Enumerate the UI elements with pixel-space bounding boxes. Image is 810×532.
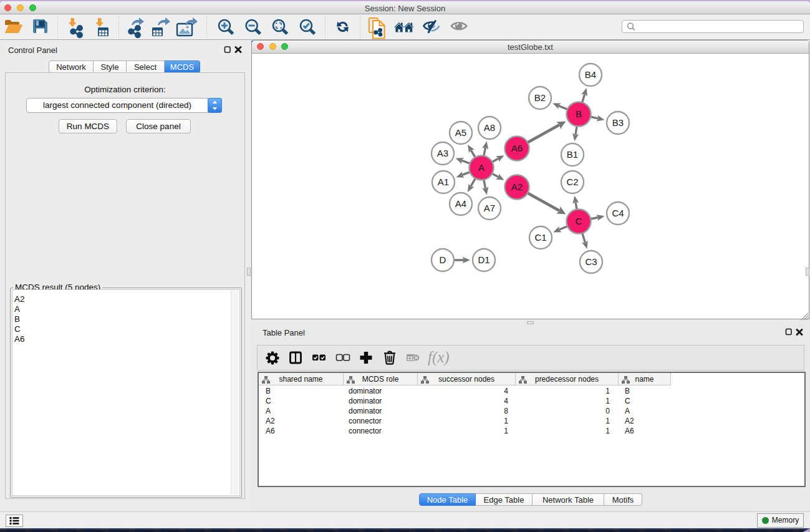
- svg-text:A6: A6: [511, 143, 523, 153]
- svg-text:A1: A1: [438, 177, 449, 187]
- svg-text:C: C: [576, 216, 582, 226]
- svg-text:A2: A2: [511, 181, 523, 192]
- svg-text:D: D: [440, 254, 446, 265]
- svg-text:f(x): f(x): [428, 349, 450, 366]
- svg-text:C2: C2: [566, 177, 578, 187]
- svg-text:B3: B3: [612, 117, 624, 128]
- svg-text:C3: C3: [585, 256, 597, 267]
- svg-text:A7: A7: [484, 203, 495, 213]
- svg-text:C4: C4: [612, 208, 624, 218]
- svg-text:D1: D1: [478, 254, 489, 265]
- svg-text:B: B: [576, 109, 582, 119]
- svg-text:A3: A3: [437, 148, 448, 158]
- svg-text:A: A: [478, 162, 485, 173]
- svg-text:A8: A8: [484, 122, 495, 133]
- svg-text:C1: C1: [534, 232, 546, 243]
- svg-text:B1: B1: [567, 149, 578, 160]
- svg-text:A5: A5: [455, 127, 466, 138]
- svg-text:B4: B4: [585, 69, 596, 80]
- svg-text:A4: A4: [455, 198, 466, 209]
- svg-text:B2: B2: [534, 92, 546, 103]
